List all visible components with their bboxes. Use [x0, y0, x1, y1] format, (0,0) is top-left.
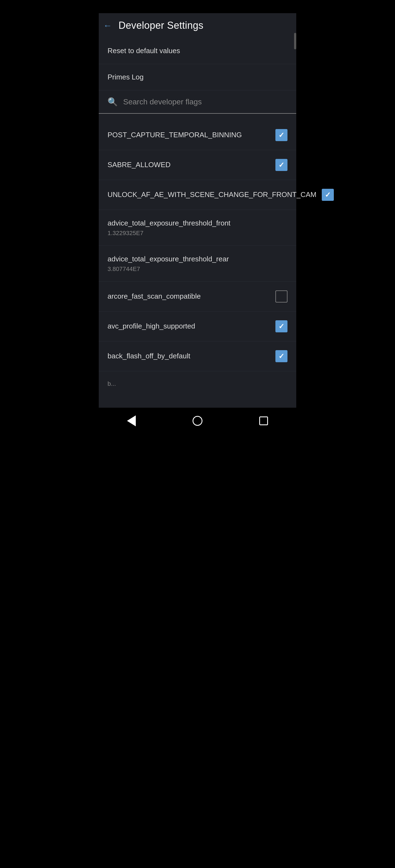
flag-name: POST_CAPTURE_TEMPORAL_BINNING — [108, 130, 270, 140]
nav-back-icon — [127, 415, 136, 426]
flag-item-advice-total-exposure-rear[interactable]: advice_total_exposure_threshold_rear 3.8… — [99, 246, 296, 282]
flag-item-avc-profile-high[interactable]: avc_profile_high_supported ✓ — [99, 312, 296, 341]
flag-name: UNLOCK_AF_AE_WITH_SCENE_CHANGE_FOR_FRONT… — [108, 190, 316, 199]
reset-defaults-item[interactable]: Reset to default values — [99, 38, 296, 64]
search-input[interactable] — [123, 97, 287, 106]
flag-item-partial: b... — [99, 371, 296, 392]
status-bar — [99, 0, 296, 13]
flag-checkbox-unlock-af-ae[interactable]: ✓ — [322, 189, 334, 201]
flag-checkbox-arcore-fast-scan[interactable] — [275, 290, 287, 303]
page-title: Developer Settings — [118, 20, 203, 31]
search-bar: 🔍 — [99, 90, 296, 114]
flag-item-unlock-af-ae[interactable]: UNLOCK_AF_AE_WITH_SCENE_CHANGE_FOR_FRONT… — [99, 180, 296, 210]
flag-name: advice_total_exposure_threshold_front — [108, 219, 282, 228]
primes-log-label: Primes Log — [108, 73, 144, 81]
flag-item-advice-total-exposure-front[interactable]: advice_total_exposure_threshold_front 1.… — [99, 210, 296, 246]
phone-container: ← Developer Settings Reset to default va… — [99, 0, 296, 434]
scrollbar[interactable] — [294, 33, 296, 49]
flag-name-partial: b... — [108, 380, 282, 388]
flag-item-back-flash-off[interactable]: back_flash_off_by_default ✓ — [99, 341, 296, 371]
flag-item-arcore-fast-scan[interactable]: arcore_fast_scan_compatible — [99, 282, 296, 312]
back-button[interactable]: ← — [103, 21, 112, 31]
nav-recent-icon — [259, 416, 268, 425]
flag-name: SABRE_ALLOWED — [108, 160, 270, 169]
flag-checkbox-sabre-allowed[interactable]: ✓ — [275, 159, 287, 171]
flag-value: 3.807744E7 — [108, 266, 282, 273]
nav-home-icon — [193, 416, 202, 426]
navigation-bar — [99, 408, 296, 434]
flag-name: arcore_fast_scan_compatible — [108, 292, 270, 301]
flag-name: advice_total_exposure_threshold_rear — [108, 254, 282, 264]
flag-name: back_flash_off_by_default — [108, 351, 270, 361]
flag-name: avc_profile_high_supported — [108, 322, 270, 331]
nav-recent-button[interactable] — [259, 416, 268, 425]
header: ← Developer Settings — [99, 13, 296, 38]
nav-back-button[interactable] — [127, 415, 136, 426]
flag-checkbox-avc-profile-high[interactable]: ✓ — [275, 320, 287, 332]
nav-home-button[interactable] — [193, 416, 202, 426]
flag-checkbox-back-flash-off[interactable]: ✓ — [275, 350, 287, 362]
flag-value: 1.3229325E7 — [108, 229, 282, 237]
flag-item-sabre-allowed[interactable]: SABRE_ALLOWED ✓ — [99, 150, 296, 180]
flag-item-post-capture-temporal-binning[interactable]: POST_CAPTURE_TEMPORAL_BINNING ✓ — [99, 120, 296, 150]
primes-log-item[interactable]: Primes Log — [99, 64, 296, 90]
search-icon: 🔍 — [108, 97, 118, 106]
reset-defaults-label: Reset to default values — [108, 46, 180, 55]
flag-checkbox-post-capture-temporal-binning[interactable]: ✓ — [275, 129, 287, 141]
